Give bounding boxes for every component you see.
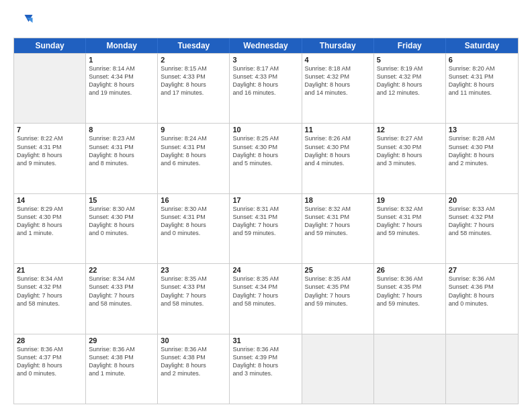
day-info: Sunrise: 8:34 AM Sunset: 4:32 PM Dayligh… bbox=[17, 275, 83, 308]
calendar-cell: 24Sunrise: 8:35 AM Sunset: 4:34 PM Dayli… bbox=[230, 264, 302, 333]
calendar-header-cell: Friday bbox=[374, 38, 446, 53]
calendar-cell: 4Sunrise: 8:18 AM Sunset: 4:32 PM Daylig… bbox=[302, 54, 374, 123]
day-info: Sunrise: 8:28 AM Sunset: 4:30 PM Dayligh… bbox=[449, 134, 515, 167]
day-number: 8 bbox=[89, 126, 154, 134]
day-info: Sunrise: 8:36 AM Sunset: 4:35 PM Dayligh… bbox=[377, 275, 443, 308]
day-info: Sunrise: 8:36 AM Sunset: 4:36 PM Dayligh… bbox=[449, 275, 515, 308]
day-number: 28 bbox=[17, 336, 83, 345]
day-info: Sunrise: 8:36 AM Sunset: 4:37 PM Dayligh… bbox=[17, 345, 83, 378]
day-number: 25 bbox=[305, 266, 371, 274]
day-number: 10 bbox=[232, 126, 298, 134]
calendar-cell: 30Sunrise: 8:36 AM Sunset: 4:38 PM Dayli… bbox=[158, 334, 230, 404]
calendar-cell: 26Sunrise: 8:36 AM Sunset: 4:35 PM Dayli… bbox=[374, 264, 446, 333]
day-info: Sunrise: 8:29 AM Sunset: 4:30 PM Dayligh… bbox=[17, 205, 83, 238]
calendar-cell bbox=[302, 334, 374, 404]
day-number: 24 bbox=[232, 266, 298, 274]
calendar-cell: 11Sunrise: 8:26 AM Sunset: 4:30 PM Dayli… bbox=[302, 124, 374, 193]
day-info: Sunrise: 8:15 AM Sunset: 4:33 PM Dayligh… bbox=[161, 64, 226, 97]
day-info: Sunrise: 8:27 AM Sunset: 4:30 PM Dayligh… bbox=[377, 134, 443, 167]
calendar-cell: 22Sunrise: 8:34 AM Sunset: 4:33 PM Dayli… bbox=[86, 264, 158, 333]
calendar-cell: 31Sunrise: 8:36 AM Sunset: 4:39 PM Dayli… bbox=[230, 334, 302, 404]
calendar-cell: 21Sunrise: 8:34 AM Sunset: 4:32 PM Dayli… bbox=[14, 264, 86, 333]
calendar-cell bbox=[446, 334, 518, 404]
calendar-cell: 16Sunrise: 8:30 AM Sunset: 4:31 PM Dayli… bbox=[158, 194, 230, 263]
calendar-cell: 13Sunrise: 8:28 AM Sunset: 4:30 PM Dayli… bbox=[446, 124, 518, 193]
day-info: Sunrise: 8:36 AM Sunset: 4:38 PM Dayligh… bbox=[161, 345, 226, 378]
day-number: 19 bbox=[377, 196, 443, 204]
calendar-cell: 14Sunrise: 8:29 AM Sunset: 4:30 PM Dayli… bbox=[14, 194, 86, 263]
day-number: 17 bbox=[232, 196, 298, 204]
day-number: 29 bbox=[89, 336, 154, 345]
day-info: Sunrise: 8:36 AM Sunset: 4:39 PM Dayligh… bbox=[232, 345, 298, 378]
day-number: 26 bbox=[377, 266, 443, 274]
day-number: 30 bbox=[161, 336, 226, 345]
day-number: 21 bbox=[17, 266, 83, 274]
day-info: Sunrise: 8:35 AM Sunset: 4:34 PM Dayligh… bbox=[232, 275, 298, 308]
calendar-header: SundayMondayTuesdayWednesdayThursdayFrid… bbox=[14, 38, 518, 53]
day-number: 14 bbox=[17, 196, 83, 204]
calendar-cell: 7Sunrise: 8:22 AM Sunset: 4:31 PM Daylig… bbox=[14, 124, 86, 193]
day-info: Sunrise: 8:25 AM Sunset: 4:30 PM Dayligh… bbox=[232, 134, 298, 167]
day-number: 13 bbox=[449, 126, 515, 134]
calendar-row: 28Sunrise: 8:36 AM Sunset: 4:37 PM Dayli… bbox=[14, 334, 518, 404]
day-number: 23 bbox=[161, 266, 226, 274]
day-number: 11 bbox=[305, 126, 371, 134]
logo bbox=[13, 11, 36, 31]
calendar-cell: 17Sunrise: 8:31 AM Sunset: 4:31 PM Dayli… bbox=[230, 194, 302, 263]
calendar-cell: 8Sunrise: 8:23 AM Sunset: 4:31 PM Daylig… bbox=[86, 124, 158, 193]
day-info: Sunrise: 8:17 AM Sunset: 4:33 PM Dayligh… bbox=[232, 64, 298, 97]
day-info: Sunrise: 8:30 AM Sunset: 4:30 PM Dayligh… bbox=[89, 205, 154, 238]
calendar-cell: 1Sunrise: 8:14 AM Sunset: 4:34 PM Daylig… bbox=[86, 54, 158, 123]
day-number: 16 bbox=[161, 196, 226, 204]
calendar-cell: 23Sunrise: 8:35 AM Sunset: 4:33 PM Dayli… bbox=[158, 264, 230, 333]
calendar-row: 1Sunrise: 8:14 AM Sunset: 4:34 PM Daylig… bbox=[14, 53, 518, 123]
day-number: 6 bbox=[449, 56, 515, 64]
day-number: 12 bbox=[377, 126, 443, 134]
calendar-cell: 9Sunrise: 8:24 AM Sunset: 4:31 PM Daylig… bbox=[158, 124, 230, 193]
day-number: 5 bbox=[377, 56, 443, 64]
day-number: 31 bbox=[232, 336, 298, 345]
calendar-cell: 3Sunrise: 8:17 AM Sunset: 4:33 PM Daylig… bbox=[230, 54, 302, 123]
calendar-cell: 12Sunrise: 8:27 AM Sunset: 4:30 PM Dayli… bbox=[374, 124, 446, 193]
day-number: 18 bbox=[305, 196, 371, 204]
calendar-cell bbox=[14, 54, 86, 123]
day-info: Sunrise: 8:23 AM Sunset: 4:31 PM Dayligh… bbox=[89, 134, 154, 167]
calendar-cell: 15Sunrise: 8:30 AM Sunset: 4:30 PM Dayli… bbox=[86, 194, 158, 263]
day-info: Sunrise: 8:26 AM Sunset: 4:30 PM Dayligh… bbox=[305, 134, 371, 167]
calendar-cell: 6Sunrise: 8:20 AM Sunset: 4:31 PM Daylig… bbox=[446, 54, 518, 123]
calendar-header-cell: Tuesday bbox=[158, 38, 230, 53]
calendar-cell: 2Sunrise: 8:15 AM Sunset: 4:33 PM Daylig… bbox=[158, 54, 230, 123]
calendar-page: SundayMondayTuesdayWednesdayThursdayFrid… bbox=[0, 0, 532, 411]
logo-icon bbox=[13, 11, 34, 31]
day-info: Sunrise: 8:35 AM Sunset: 4:35 PM Dayligh… bbox=[305, 275, 371, 308]
day-number: 20 bbox=[449, 196, 515, 204]
calendar-header-cell: Wednesday bbox=[230, 38, 302, 53]
day-info: Sunrise: 8:34 AM Sunset: 4:33 PM Dayligh… bbox=[89, 275, 154, 308]
header bbox=[13, 11, 519, 31]
day-number: 27 bbox=[449, 266, 515, 274]
calendar-cell: 19Sunrise: 8:32 AM Sunset: 4:31 PM Dayli… bbox=[374, 194, 446, 263]
day-info: Sunrise: 8:19 AM Sunset: 4:32 PM Dayligh… bbox=[377, 64, 443, 97]
day-number: 9 bbox=[161, 126, 226, 134]
day-number: 4 bbox=[305, 56, 371, 64]
day-number: 7 bbox=[17, 126, 83, 134]
calendar-row: 7Sunrise: 8:22 AM Sunset: 4:31 PM Daylig… bbox=[14, 123, 518, 193]
day-info: Sunrise: 8:22 AM Sunset: 4:31 PM Dayligh… bbox=[17, 134, 83, 167]
calendar-row: 14Sunrise: 8:29 AM Sunset: 4:30 PM Dayli… bbox=[14, 193, 518, 263]
day-info: Sunrise: 8:33 AM Sunset: 4:32 PM Dayligh… bbox=[449, 205, 515, 238]
calendar-cell: 28Sunrise: 8:36 AM Sunset: 4:37 PM Dayli… bbox=[14, 334, 86, 404]
day-info: Sunrise: 8:35 AM Sunset: 4:33 PM Dayligh… bbox=[161, 275, 226, 308]
day-info: Sunrise: 8:31 AM Sunset: 4:31 PM Dayligh… bbox=[232, 205, 298, 238]
calendar-header-cell: Monday bbox=[86, 38, 158, 53]
day-info: Sunrise: 8:18 AM Sunset: 4:32 PM Dayligh… bbox=[305, 64, 371, 97]
calendar-cell: 10Sunrise: 8:25 AM Sunset: 4:30 PM Dayli… bbox=[230, 124, 302, 193]
day-number: 22 bbox=[89, 266, 154, 274]
day-info: Sunrise: 8:20 AM Sunset: 4:31 PM Dayligh… bbox=[449, 64, 515, 97]
day-number: 1 bbox=[89, 56, 154, 64]
day-number: 2 bbox=[161, 56, 226, 64]
day-info: Sunrise: 8:30 AM Sunset: 4:31 PM Dayligh… bbox=[161, 205, 226, 238]
day-number: 15 bbox=[89, 196, 154, 204]
calendar-cell: 18Sunrise: 8:32 AM Sunset: 4:31 PM Dayli… bbox=[302, 194, 374, 263]
day-info: Sunrise: 8:32 AM Sunset: 4:31 PM Dayligh… bbox=[377, 205, 443, 238]
calendar-cell: 27Sunrise: 8:36 AM Sunset: 4:36 PM Dayli… bbox=[446, 264, 518, 333]
